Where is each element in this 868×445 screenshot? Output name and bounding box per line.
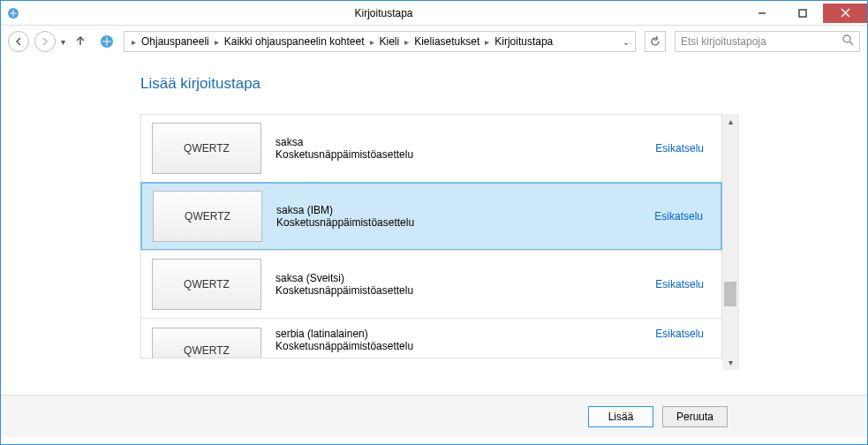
layout-subtitle: Kosketusnäppäimistöasettelu bbox=[276, 216, 654, 229]
scrollbar[interactable]: ▴ ▾ bbox=[722, 114, 738, 370]
layout-name: saksa (IBM) bbox=[276, 204, 654, 216]
forward-button[interactable] bbox=[34, 31, 56, 52]
layout-info: saksa (IBM) Kosketusnäppäimistöasettelu bbox=[276, 204, 654, 229]
scroll-down-icon[interactable]: ▾ bbox=[722, 355, 738, 370]
list-item[interactable]: QWERTZ serbia (latinalainen) Kosketusnäp… bbox=[140, 318, 722, 358]
minimize-button[interactable] bbox=[742, 4, 782, 23]
refresh-button[interactable] bbox=[645, 31, 666, 52]
list-item[interactable]: QWERTZ saksa (Sveitsi) Kosketusnäppäimis… bbox=[140, 250, 722, 319]
layout-info: serbia (latinalainen) Kosketusnäppäimist… bbox=[275, 328, 655, 352]
layout-name: serbia (latinalainen) bbox=[275, 328, 655, 340]
search-icon[interactable] bbox=[842, 34, 854, 49]
svg-line-7 bbox=[849, 41, 853, 45]
svg-rect-2 bbox=[799, 10, 806, 17]
svg-line-4 bbox=[842, 9, 849, 17]
layout-subtitle: Kosketusnäppäimistöasettelu bbox=[275, 340, 655, 352]
page-heading: Lisää kirjoitustapa bbox=[140, 75, 867, 93]
layout-name: saksa (Sveitsi) bbox=[275, 272, 655, 284]
list-item[interactable]: QWERTZ saksa (IBM) Kosketusnäppäimistöas… bbox=[140, 182, 722, 251]
cancel-button[interactable]: Peruuta bbox=[662, 406, 728, 427]
chevron-right-icon: ▸ bbox=[130, 37, 138, 47]
window-title: Kirjoitustapa bbox=[26, 7, 742, 19]
preview-link[interactable]: Esikatselu bbox=[654, 210, 703, 222]
chevron-right-icon: ▸ bbox=[213, 37, 221, 47]
breadcrumb-item[interactable]: Kieliasetukset bbox=[412, 35, 481, 48]
layout-subtitle: Kosketusnäppäimistöasettelu bbox=[275, 148, 655, 161]
breadcrumb-item[interactable]: Ohjauspaneeli bbox=[140, 35, 211, 48]
back-button[interactable] bbox=[8, 31, 29, 52]
add-button[interactable]: Lisää bbox=[588, 406, 653, 427]
keyboard-list: QWERTZ saksa Kosketusnäppäimistöasettelu… bbox=[140, 114, 739, 370]
layout-name: saksa bbox=[275, 136, 655, 148]
breadcrumb-dropdown-icon[interactable]: ⌄ bbox=[623, 37, 630, 47]
scroll-thumb[interactable] bbox=[724, 282, 736, 306]
content-area: Lisää kirjoitustapa QWERTZ saksa Kosketu… bbox=[1, 57, 867, 395]
breadcrumb[interactable]: ▸ Ohjauspaneeli ▸ Kaikki ohjauspaneelin … bbox=[124, 31, 636, 52]
navbar: ▾ ▸ Ohjauspaneeli ▸ Kaikki ohjauspaneeli… bbox=[1, 26, 867, 57]
maximize-button[interactable] bbox=[782, 4, 823, 23]
search-box[interactable] bbox=[675, 31, 860, 52]
list-item[interactable]: QWERTZ saksa Kosketusnäppäimistöasettelu… bbox=[140, 114, 722, 183]
search-input[interactable] bbox=[681, 35, 842, 48]
window-controls bbox=[742, 4, 867, 23]
layout-tile: QWERTZ bbox=[152, 259, 261, 310]
chevron-right-icon: ▸ bbox=[403, 37, 411, 47]
layout-subtitle: Kosketusnäppäimistöasettelu bbox=[275, 284, 655, 297]
svg-line-3 bbox=[842, 9, 849, 17]
window-icon bbox=[1, 6, 26, 20]
svg-point-6 bbox=[843, 35, 850, 42]
preview-link[interactable]: Esikatselu bbox=[655, 142, 704, 155]
preview-link[interactable]: Esikatselu bbox=[655, 278, 704, 290]
layout-tile: QWERTZ bbox=[152, 328, 261, 358]
layout-info: saksa (Sveitsi) Kosketusnäppäimistöasett… bbox=[275, 272, 655, 297]
layout-tile: QWERTZ bbox=[152, 123, 261, 174]
close-button[interactable] bbox=[823, 4, 867, 23]
breadcrumb-item[interactable]: Kirjoitustapa bbox=[493, 35, 555, 48]
preview-link[interactable]: Esikatselu bbox=[655, 328, 704, 340]
breadcrumb-item[interactable]: Kaikki ohjauspaneelin kohteet bbox=[223, 35, 366, 48]
scroll-up-icon[interactable]: ▴ bbox=[722, 114, 738, 129]
bottom-bar: Lisää Peruuta bbox=[1, 395, 867, 437]
history-dropdown-icon[interactable]: ▾ bbox=[61, 37, 65, 47]
chevron-right-icon: ▸ bbox=[483, 37, 491, 47]
up-button[interactable] bbox=[74, 34, 87, 49]
breadcrumb-item[interactable]: Kieli bbox=[378, 35, 402, 48]
titlebar: Kirjoitustapa bbox=[1, 1, 867, 26]
layout-info: saksa Kosketusnäppäimistöasettelu bbox=[275, 136, 655, 161]
layout-tile: QWERTZ bbox=[153, 191, 262, 242]
chevron-right-icon: ▸ bbox=[368, 37, 376, 47]
location-icon bbox=[99, 34, 115, 49]
